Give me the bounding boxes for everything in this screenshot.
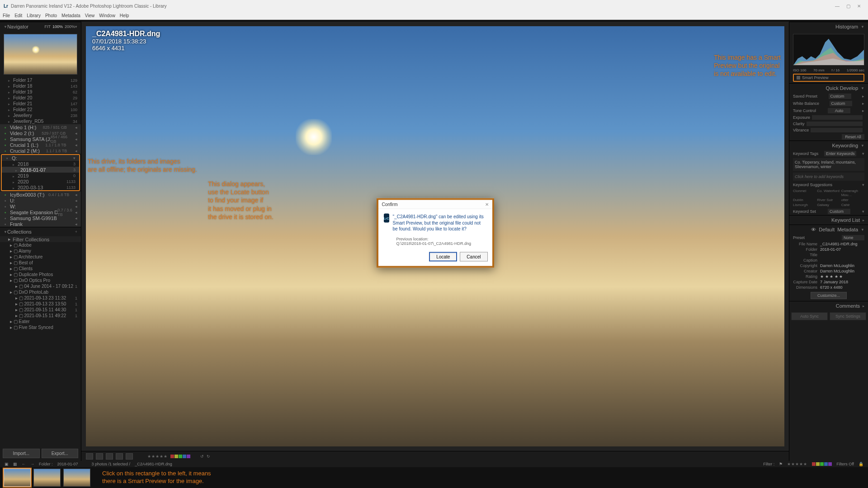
kw-suggestion[interactable]: Lismorgh	[793, 203, 816, 207]
exposure-stepper[interactable]	[812, 115, 863, 120]
kw-tags-mode[interactable]: Enter Keywords	[824, 151, 857, 156]
kw-suggestion[interactable]: Co. Waterford	[817, 189, 840, 197]
metadata-row[interactable]: CopyrightDarren McLoughlin	[789, 263, 868, 268]
keyword-list-header[interactable]: Keyword List▸	[789, 215, 868, 225]
metadata-header[interactable]: 👁 Default Metadata▼	[789, 225, 868, 234]
secondary-display-icon[interactable]: ▣	[5, 462, 9, 466]
folder-row[interactable]: 2018-01-073	[2, 167, 79, 173]
kw-suggestion[interactable]: Dublin	[793, 198, 816, 202]
loupe-view-icon[interactable]	[96, 453, 103, 460]
back-icon[interactable]: ←	[22, 462, 26, 466]
clarity-stepper[interactable]	[807, 122, 863, 126]
folder-row[interactable]: Folder 18143	[0, 83, 81, 89]
collection-row[interactable]: ▸ ▢ 2021-09-15 11 44:301	[0, 307, 81, 313]
kw-suggestion[interactable]: Clonmel	[793, 189, 816, 197]
sync-settings-button[interactable]: Sync Settings	[830, 312, 866, 320]
import-button[interactable]: Import...	[3, 449, 40, 458]
metadata-row[interactable]: Dimensions6720 x 4480	[789, 285, 868, 290]
kw-set-select[interactable]: Custom	[828, 209, 850, 214]
rating-stars[interactable]: ★★★★★	[147, 454, 168, 459]
metadata-row[interactable]: File Name_C2A4981-HDR.dng	[789, 241, 868, 247]
folder-row[interactable]: 20201133	[2, 178, 79, 184]
auto-sync-button[interactable]: Auto Sync	[791, 312, 828, 320]
comments-header[interactable]: Comments▸	[789, 301, 868, 310]
maximize-icon[interactable]: ▢	[843, 4, 854, 9]
metadata-row[interactable]: Folder2018-01-07	[789, 247, 868, 252]
rotate-right-icon[interactable]: ↻	[207, 454, 210, 459]
white-balance-select[interactable]: Custom	[830, 101, 852, 106]
filmstrip-thumb[interactable]	[33, 469, 61, 487]
filter-collections-input[interactable]: ▸ Filter Collections	[0, 236, 81, 242]
folder-row[interactable]: Folder 22100	[0, 107, 81, 113]
collection-row[interactable]: ▸ ▢ DxO Optics Pro	[0, 277, 81, 283]
filmstrip-thumb[interactable]	[63, 469, 90, 487]
compare-view-icon[interactable]	[106, 453, 113, 460]
auto-tone-button[interactable]: Auto	[828, 108, 850, 113]
collection-row[interactable]: ▸ ▢ Best of	[0, 260, 81, 266]
cancel-button[interactable]: Cancel	[460, 252, 487, 261]
volume-row[interactable]: Samsung SATA (J:)454 / 466 GB◂	[0, 136, 81, 142]
folder-row[interactable]: Folder 2029	[0, 95, 81, 101]
metadata-row[interactable]: Rating★ ★ ★ ★ ★	[789, 274, 868, 279]
kw-suggestion[interactable]: otter	[841, 198, 864, 202]
volume-row[interactable]: Video 1 (H:)825 / 931 GB◂	[0, 124, 81, 130]
minimize-icon[interactable]: —	[832, 4, 843, 9]
menu-window[interactable]: Window	[99, 13, 115, 18]
eye-icon[interactable]: 👁	[811, 227, 816, 232]
volume-row[interactable]: Crucial 2 (M:)1.1 / 1.8 TB◂	[0, 148, 81, 154]
metadata-row[interactable]: Capture Date7 January 2018	[789, 279, 868, 285]
grid-view-icon[interactable]	[86, 453, 93, 460]
folder-row[interactable]: 20183	[2, 161, 79, 167]
navigator-preview[interactable]	[4, 34, 77, 75]
menu-edit[interactable]: Edit	[14, 13, 22, 18]
folder-row[interactable]: 2020-03-131133	[2, 184, 79, 190]
folder-row[interactable]: Folder 17129	[0, 77, 81, 83]
grid-icon[interactable]: ▦	[13, 462, 17, 466]
metadata-row[interactable]: Caption	[789, 258, 868, 263]
collection-row[interactable]: ▸ ▢ 2021-09-15 11 49:221	[0, 313, 81, 319]
keywording-header[interactable]: Keywording▼	[789, 141, 868, 150]
menu-file[interactable]: File	[3, 13, 10, 18]
locate-button[interactable]: Locate	[429, 252, 457, 261]
rotate-left-icon[interactable]: ↺	[200, 454, 204, 459]
histogram-header[interactable]: Histogram▼	[789, 22, 868, 31]
metadata-row[interactable]: Title	[789, 252, 868, 258]
collection-row[interactable]: ▸ ▢ 2021-09-13 23 13:501	[0, 301, 81, 307]
menu-help[interactable]: Help	[120, 13, 129, 18]
add-keywords-input[interactable]: Click here to add keywords	[793, 173, 864, 181]
fs-path[interactable]: 2018-01-07	[57, 462, 78, 466]
collection-row[interactable]: ▸ ▢ Five Star Synced	[0, 324, 81, 330]
nav-200[interactable]: 200%	[65, 24, 75, 29]
survey-view-icon[interactable]	[116, 453, 123, 460]
navigator-header[interactable]: ▼ Navigator FIT 100% 200% ▾	[0, 22, 81, 31]
fs-color-filter[interactable]	[812, 462, 832, 466]
vibrance-stepper[interactable]	[811, 128, 863, 132]
volume-q[interactable]: Q: ▾	[2, 155, 79, 161]
menu-library[interactable]: Library	[27, 13, 41, 18]
quick-develop-header[interactable]: Quick Develop▼	[789, 83, 868, 93]
collection-row[interactable]: ▸ ▢ Adobe	[0, 242, 81, 248]
folder-row[interactable]: Folder 1962	[0, 89, 81, 95]
people-view-icon[interactable]	[126, 453, 133, 460]
kw-suggestion[interactable]: River Suir	[817, 198, 840, 202]
close-icon[interactable]: ✕	[854, 4, 864, 9]
filter-lock-icon[interactable]: 🔒	[859, 462, 863, 466]
volume-row[interactable]: U:◂	[0, 197, 81, 203]
collection-row[interactable]: ▸ ▢ 2021-09-13 23 11:321	[0, 295, 81, 301]
kw-suggestion[interactable]: Cahir	[841, 203, 864, 207]
metadata-mode[interactable]: Default	[819, 227, 835, 232]
saved-preset-select[interactable]: Custom	[829, 94, 851, 99]
histogram[interactable]	[793, 34, 864, 66]
menu-metadata[interactable]: Metadata	[61, 13, 80, 18]
collection-row[interactable]: ▸ ▢ Eater	[0, 319, 81, 324]
metadata-row[interactable]: CreatorDarren McLoughlin	[789, 268, 868, 274]
collection-row[interactable]: ▸ ▢ Clients	[0, 266, 81, 272]
volume-row[interactable]: Frank◂	[0, 221, 81, 227]
filmstrip-thumb[interactable]	[4, 469, 31, 487]
folder-row[interactable]: Jewellery238	[0, 113, 81, 118]
color-labels[interactable]	[170, 455, 190, 458]
reset-all-button[interactable]: Reset All	[842, 134, 864, 140]
smart-preview-badge[interactable]: Smart Preview	[793, 74, 864, 82]
keywords-textarea[interactable]: Co. Tipperary, Ireland, mountains, Sliev…	[793, 158, 864, 171]
collection-row[interactable]: ▸ ▢ Alamy	[0, 248, 81, 254]
